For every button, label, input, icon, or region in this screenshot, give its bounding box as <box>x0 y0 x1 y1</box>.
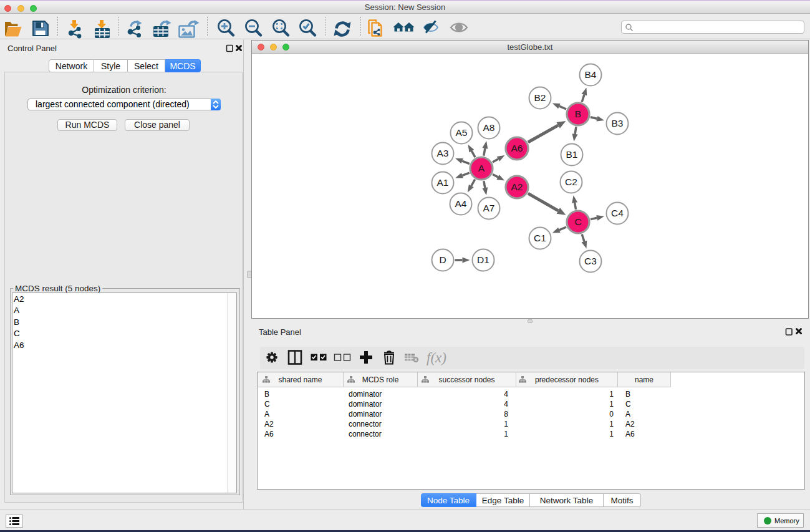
svg-text:C2: C2 <box>565 177 577 187</box>
svg-text:A6: A6 <box>511 143 523 153</box>
svg-text:B1: B1 <box>566 149 578 160</box>
svg-text:B: B <box>575 109 581 119</box>
svg-text:C3: C3 <box>584 256 597 266</box>
svg-text:B4: B4 <box>585 69 597 80</box>
svg-text:A5: A5 <box>456 127 468 138</box>
svg-text:B3: B3 <box>612 118 624 128</box>
svg-text:A8: A8 <box>483 122 495 133</box>
svg-text:D1: D1 <box>477 254 489 265</box>
svg-text:A3: A3 <box>437 148 449 158</box>
svg-text:A2: A2 <box>511 181 523 192</box>
svg-text:A7: A7 <box>483 203 495 213</box>
svg-text:C: C <box>574 216 581 227</box>
svg-text:C1: C1 <box>534 233 546 243</box>
svg-text:B2: B2 <box>534 92 546 103</box>
svg-text:f(x): f(x) <box>427 350 446 365</box>
svg-text:A4: A4 <box>455 198 467 209</box>
svg-text:C4: C4 <box>611 208 624 218</box>
svg-text:D: D <box>439 254 446 265</box>
svg-text:A: A <box>478 163 485 173</box>
svg-text:A1: A1 <box>437 177 449 188</box>
